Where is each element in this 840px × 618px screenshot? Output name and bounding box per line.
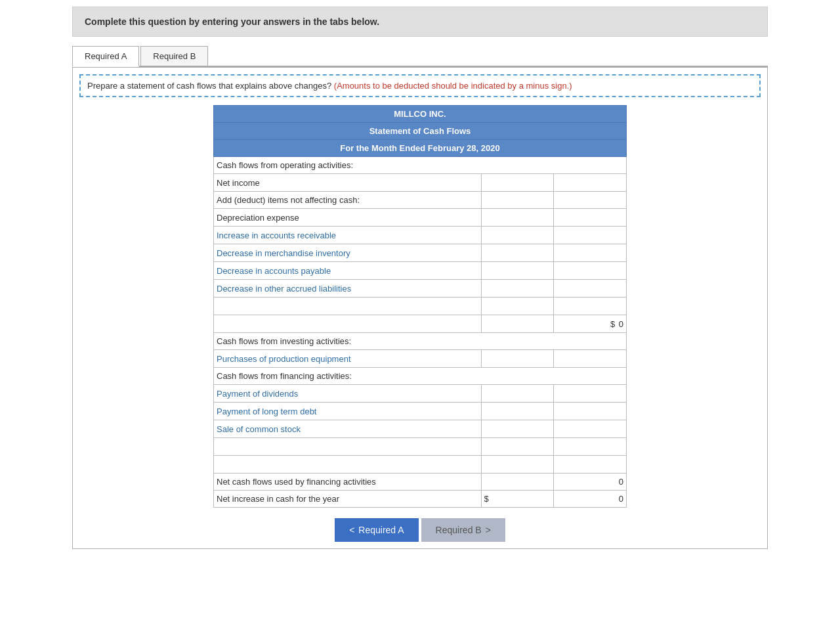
- accounts-payable-total: [554, 262, 627, 280]
- empty-label-4: [214, 456, 482, 474]
- net-income-input-cell[interactable]: [481, 174, 554, 192]
- net-financing-input-cell: [481, 474, 554, 491]
- net-income-label: Net income: [214, 174, 482, 192]
- company-name-row: MILLCO INC.: [214, 106, 627, 123]
- payment-long-term-input-cell[interactable]: [481, 403, 554, 420]
- question-note: (Amounts to be deducted should be indica…: [334, 81, 572, 91]
- empty-text-input-3[interactable]: [217, 439, 478, 454]
- empty-number-input-4[interactable]: [484, 457, 551, 472]
- add-deduct-total: [554, 192, 627, 209]
- accounts-payable-input[interactable]: [484, 263, 551, 278]
- sale-common-label: Sale of common stock: [214, 420, 482, 438]
- financing-header: Cash flows from financing activities:: [214, 368, 627, 385]
- empty-input-cell-1[interactable]: [481, 298, 554, 315]
- accounts-receivable-input-cell[interactable]: [481, 227, 554, 244]
- required-b-button[interactable]: Required B >: [421, 518, 505, 542]
- depreciation-input-cell[interactable]: [481, 209, 554, 227]
- main-container: Complete this question by entering your …: [66, 0, 774, 556]
- empty-row-1[interactable]: [214, 298, 627, 315]
- merchandise-inventory-row[interactable]: Decrease in merchandise inventory: [214, 244, 627, 262]
- empty-text-input-2[interactable]: [217, 317, 478, 331]
- purchases-equipment-label: Purchases of production equipment: [214, 350, 482, 368]
- empty-text-input-4[interactable]: [217, 457, 478, 472]
- operating-subtotal-value: $ 0: [554, 315, 627, 333]
- payment-long-term-input[interactable]: [484, 404, 551, 418]
- net-increase-input-cell: $: [481, 491, 554, 508]
- payment-long-term-total: [554, 403, 627, 420]
- net-income-total: [554, 174, 627, 192]
- other-accrued-input[interactable]: [484, 281, 551, 296]
- net-increase-label: Net increase in cash for the year: [214, 491, 482, 508]
- empty-total-1: [554, 298, 627, 315]
- payment-dividends-total: [554, 385, 627, 403]
- empty-text-input-1[interactable]: [217, 299, 478, 313]
- investing-header-row: Cash flows from investing activities:: [214, 333, 627, 350]
- other-accrued-row[interactable]: Decrease in other accrued liabilities: [214, 280, 627, 298]
- purchases-equipment-row[interactable]: Purchases of production equipment: [214, 350, 627, 368]
- depreciation-input[interactable]: [484, 210, 551, 225]
- other-accrued-input-cell[interactable]: [481, 280, 554, 298]
- net-income-input[interactable]: [484, 175, 551, 190]
- accounts-receivable-input[interactable]: [484, 228, 551, 242]
- content-area: Prepare a statement of cash flows that e…: [72, 67, 768, 549]
- depreciation-row[interactable]: Depreciation expense: [214, 209, 627, 227]
- question-box: Prepare a statement of cash flows that e…: [79, 74, 761, 97]
- empty-number-input-3[interactable]: [484, 439, 551, 454]
- add-deduct-label: Add (deduct) items not affecting cash:: [214, 192, 482, 209]
- purchases-equipment-input[interactable]: [484, 351, 551, 366]
- bottom-nav: < Required A Required B >: [79, 518, 761, 542]
- operating-header-row: Cash flows from operating activities:: [214, 157, 627, 174]
- payment-dividends-input-cell[interactable]: [481, 385, 554, 403]
- tab-required-b[interactable]: Required B: [140, 46, 208, 66]
- other-accrued-total: [554, 280, 627, 298]
- required-a-button[interactable]: < Required A: [335, 518, 418, 542]
- other-accrued-label: Decrease in other accrued liabilities: [214, 280, 482, 298]
- merchandise-inventory-total: [554, 244, 627, 262]
- net-financing-value: 0: [554, 474, 627, 491]
- payment-long-term-label: Payment of long term debt: [214, 403, 482, 420]
- net-financing-label: Net cash flows used by financing activit…: [214, 474, 482, 491]
- empty-number-input-2[interactable]: [484, 317, 551, 331]
- payment-long-term-row[interactable]: Payment of long term debt: [214, 403, 627, 420]
- accounts-receivable-total: [554, 227, 627, 244]
- empty-row-3[interactable]: [214, 438, 627, 456]
- operating-total-amount: 0: [619, 319, 623, 329]
- empty-input-cell-4[interactable]: [481, 456, 554, 474]
- purchases-equipment-input-cell[interactable]: [481, 350, 554, 368]
- empty-number-input-1[interactable]: [484, 299, 551, 313]
- financing-header-row: Cash flows from financing activities:: [214, 368, 627, 385]
- empty-total-4: [554, 456, 627, 474]
- accounts-receivable-row[interactable]: Increase in accounts receivable: [214, 227, 627, 244]
- operating-subtotal-row[interactable]: $ 0: [214, 315, 627, 333]
- operating-dollar-sign: $: [610, 319, 616, 329]
- period: For the Month Ended February 28, 2020: [214, 140, 627, 157]
- net-income-row[interactable]: Net income: [214, 174, 627, 192]
- empty-total-3: [554, 438, 627, 456]
- empty-input-cell-3[interactable]: [481, 438, 554, 456]
- add-deduct-input-cell: [481, 192, 554, 209]
- payment-dividends-row[interactable]: Payment of dividends: [214, 385, 627, 403]
- operating-subtotal-input-cell[interactable]: [481, 315, 554, 333]
- accounts-payable-input-cell[interactable]: [481, 262, 554, 280]
- empty-label-1: [214, 298, 482, 315]
- company-name: MILLCO INC.: [214, 106, 627, 123]
- add-deduct-row: Add (deduct) items not affecting cash:: [214, 192, 627, 209]
- tab-required-a[interactable]: Required A: [72, 46, 139, 67]
- instruction-bar: Complete this question by entering your …: [72, 7, 768, 37]
- net-increase-row: Net increase in cash for the year $ 0: [214, 491, 627, 508]
- accounts-payable-row[interactable]: Decrease in accounts payable: [214, 262, 627, 280]
- merchandise-inventory-input-cell[interactable]: [481, 244, 554, 262]
- purchases-equipment-total: [554, 350, 627, 368]
- instruction-text: Complete this question by entering your …: [85, 16, 379, 27]
- sale-common-input-cell[interactable]: [481, 420, 554, 438]
- operating-header: Cash flows from operating activities:: [214, 157, 627, 174]
- right-arrow-icon: >: [486, 525, 491, 535]
- payment-dividends-input[interactable]: [484, 386, 551, 401]
- left-arrow-icon: <: [349, 525, 354, 535]
- operating-subtotal-label: [214, 315, 482, 333]
- statement-table: MILLCO INC. Statement of Cash Flows For …: [213, 105, 627, 508]
- sale-common-row[interactable]: Sale of common stock: [214, 420, 627, 438]
- sale-common-input[interactable]: [484, 422, 551, 436]
- empty-row-4[interactable]: [214, 456, 627, 474]
- merchandise-inventory-input[interactable]: [484, 246, 551, 260]
